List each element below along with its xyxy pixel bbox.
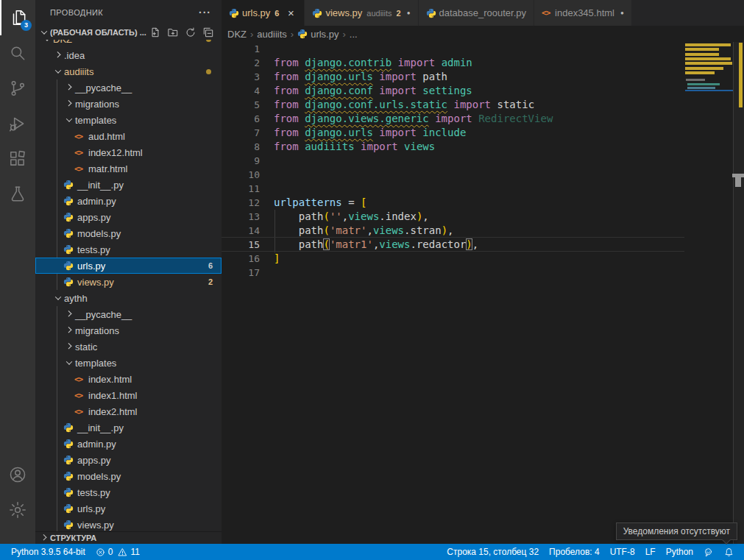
html-file-icon: <> [74,389,88,401]
tree-item-tests.py[interactable]: tests.py [35,484,222,500]
tree-item-label: matr.html [88,163,127,174]
tree-item-views.py[interactable]: views.py2 [35,274,222,290]
accounts-icon[interactable] [0,457,35,492]
cursor-position-status[interactable]: Строка 15, столбец 32 [442,544,544,560]
tree-item-admin.py[interactable]: admin.py [35,193,222,209]
outline-section-header[interactable]: СТРУКТУРА [35,531,222,544]
tree-item-apps.py[interactable]: apps.py [35,452,222,468]
workspace-section-header[interactable]: (РАБОЧАЯ ОБЛАСТЬ) ... [35,24,222,40]
tab-urls.py[interactable]: urls.py6× [222,0,305,26]
tree-item-label: index.html [88,374,132,385]
minimap-warning-line [685,57,731,60]
tree-item-admin.py[interactable]: admin.py [35,436,222,452]
tab-label: index345.html [555,7,614,18]
modified-dot-icon[interactable]: ● [407,10,411,16]
tree-item--pycache-[interactable]: __pycache__ [35,79,222,96]
tree-item-.idea[interactable]: .idea [35,47,222,63]
tree-item-aythh[interactable]: aythh [35,290,222,306]
extensions-icon[interactable] [0,141,35,177]
python-file-icon [63,195,77,207]
tab-database_roouter.py[interactable]: database_roouter.py [419,0,535,26]
status-left: Python 3.9.5 64-bit011 [0,544,145,560]
tree-item-migrations[interactable]: migrations [35,322,222,339]
tree-item--init-.py[interactable]: __init__.py [35,177,222,193]
close-icon[interactable]: × [285,7,297,19]
git-modified-dot [206,69,211,74]
explorer-more-icon[interactable]: ··· [199,7,211,18]
indentation-status[interactable]: Пробелов: 4 [544,544,605,560]
line-number: 17 [222,266,260,280]
tree-item-label: tests.py [77,244,110,255]
encoding-status[interactable]: UTF-8 [605,544,640,560]
tree-item-urls.py[interactable]: urls.py [35,500,222,517]
tree-item-index12.html[interactable]: <>index12.html [35,144,222,160]
tree-item-templates[interactable]: templates [35,355,222,371]
tree-item-models.py[interactable]: models.py [35,225,222,241]
search-icon[interactable] [0,35,35,71]
feedback-icon[interactable] [698,544,719,560]
breadcrumb-item[interactable]: urls.py [297,28,339,40]
tree-item-audiiits[interactable]: audiiits [35,63,222,79]
tree-item-label: __pycache__ [75,82,132,93]
settings-icon[interactable] [0,492,35,528]
tree-item-views.py[interactable]: views.py [35,517,222,533]
run-debug-icon[interactable] [0,106,35,141]
tree-item-static[interactable]: static [35,339,222,355]
breadcrumb-item[interactable]: ... [350,29,358,40]
tab-description: audiiits [366,9,392,18]
code-editor[interactable]: 12from django.contrib import admin3from … [222,42,744,544]
collapse-folders-icon[interactable] [202,26,214,38]
python-interpreter-status[interactable]: Python 3.9.5 64-bit [6,544,91,560]
new-file-icon[interactable] [149,26,161,38]
tab-views.py[interactable]: views.pyaudiiits2● [305,0,418,26]
language-mode-status[interactable]: Python [661,544,698,560]
tree-item-models.py[interactable]: models.py [35,468,222,484]
modified-dot-icon[interactable]: ● [620,10,624,16]
tree-item--init-.py[interactable]: __init__.py [35,419,222,436]
python-file-icon [297,28,311,40]
scrollbar-mark [735,177,741,187]
bell-icon[interactable] [719,544,740,560]
tree-item-index1.html[interactable]: <>index1.html [35,387,222,403]
line-number: 8 [222,140,260,154]
editor-scrollbar[interactable] [733,42,744,544]
line-number: 5 [222,98,260,112]
tree-item-aud.html[interactable]: <>aud.html [35,128,222,144]
explorer-icon[interactable]: 3 [0,0,35,35]
tab-index345.html[interactable]: <>index345.html● [534,0,632,26]
testing-icon[interactable] [0,177,35,212]
tooltip-text: Уведомления отсутствуют [623,526,730,536]
tree-item-label: apps.py [77,455,111,466]
tree-item-index.html[interactable]: <>index.html [35,371,222,387]
tree-item-label: __init__.py [77,422,124,433]
tree-item-matr.html[interactable]: <>matr.html [35,160,222,177]
source-control-icon[interactable] [0,71,35,106]
activity-bar: 3 [0,0,35,544]
tree-item-apps.py[interactable]: apps.py [35,209,222,225]
problems-status[interactable]: 011 [91,544,145,560]
tree-item--pycache-[interactable]: __pycache__ [35,306,222,322]
refresh-explorer-icon[interactable] [185,26,196,38]
code-text: from django.conf.urls.static import stat… [274,98,534,112]
tree-item-index2.html[interactable]: <>index2.html [35,403,222,419]
workspace-name: (РАБОЧАЯ ОБЛАСТЬ) ... [50,28,149,37]
tree-item-tests.py[interactable]: tests.py [35,241,222,258]
code-line-1: 1 [222,42,744,56]
tab-problems-badge: 6 [274,9,279,18]
minimap-warning-line [685,43,731,46]
status-bar: Python 3.9.5 64-bit011 Строка 15, столбе… [0,544,744,560]
tree-item-urls.py[interactable]: urls.py6 [35,258,222,274]
tree-item-label: aythh [64,293,88,304]
eol-status[interactable]: LF [640,544,661,560]
error-icon [96,547,105,557]
tree-item-templates[interactable]: templates [35,112,222,128]
new-folder-icon[interactable] [167,26,179,38]
tree-item-migrations[interactable]: migrations [35,96,222,112]
minimap[interactable] [684,42,733,130]
tree-item-label: urls.py [77,503,105,514]
breadcrumb-item[interactable]: DKZ [227,29,247,40]
breadcrumb-label: DKZ [227,29,247,40]
breadcrumb-item[interactable]: audiiits [257,29,286,40]
problems-badge: 6 [208,261,213,270]
tree-item-label: index12.html [88,147,143,158]
